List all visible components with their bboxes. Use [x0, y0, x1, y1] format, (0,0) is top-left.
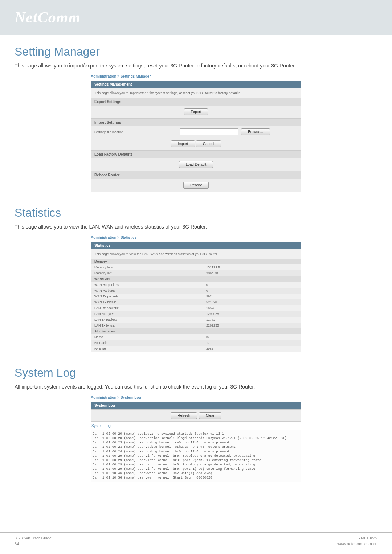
stats-row: WAN Rx bytes:0 — [91, 288, 301, 294]
stats-row: LAN Tx bytes:2262235 — [91, 323, 301, 328]
stats-key: LAN Rx bytes: — [94, 312, 206, 316]
defaults-row: Load Default — [91, 158, 301, 171]
stats-value: 2064 kB — [206, 271, 298, 275]
stats-value: 11772 — [206, 318, 298, 321]
settings-desc: This page allows you to import/export th… — [15, 63, 377, 69]
stats-panel: Administration > Statistics Statistics T… — [91, 235, 301, 352]
stats-value: 17 — [206, 341, 298, 345]
syslog-panel-header: System Log — [91, 402, 301, 409]
footer-right: YML18WN www.netcomm.com.au — [337, 535, 377, 547]
stats-value: 992 — [206, 295, 298, 298]
settings-panel: Administration > Settings Manager Settin… — [91, 74, 301, 192]
stats-row: Memory left:2064 kB — [91, 270, 301, 276]
syslog-screenshot: Administration > System Log System Log R… — [15, 395, 377, 482]
footer-guide-name: 3G18Wn User Guide — [15, 535, 52, 541]
stats-panel-header: Statistics — [91, 242, 301, 249]
header-band: NetComm — [0, 0, 392, 35]
stats-title: Statistics — [15, 206, 377, 219]
stats-key: LAN Tx bytes: — [94, 324, 206, 327]
defaults-section-title: Load Factory Defaults — [91, 150, 301, 158]
import-file-row: Settings file location Browse... — [91, 126, 301, 138]
syslog-breadcrumb: Administration > System Log — [91, 395, 301, 399]
stats-row: Namelo — [91, 334, 301, 340]
stats-value: 13112 kB — [206, 266, 298, 269]
stats-value: 1299025 — [206, 312, 298, 316]
stats-value: 0 — [206, 283, 298, 287]
footer-left: 3G18Wn User Guide 34 — [15, 535, 52, 547]
stats-row: LAN Rx packets:16573 — [91, 305, 301, 311]
stats-value: lo — [206, 335, 298, 339]
stats-key: Rx Byte — [94, 347, 206, 350]
import-file-input[interactable] — [180, 128, 238, 135]
export-row: Export — [91, 106, 301, 118]
import-file-label: Settings file location — [94, 130, 152, 134]
stats-value: 16573 — [206, 306, 298, 310]
stats-key: WAN Tx bytes: — [94, 300, 206, 304]
stats-row: Rx Byte2985 — [91, 346, 301, 352]
import-section-title: Import Settings — [91, 118, 301, 126]
settings-panel-desc: This page allows you to import/export th… — [91, 88, 301, 98]
settings-screenshot: Administration > Settings Manager Settin… — [15, 74, 377, 192]
stats-key: Memory total: — [94, 266, 206, 269]
stats-key: Rx Packet — [94, 341, 206, 345]
stats-row: Memory total:13112 kB — [91, 264, 301, 270]
stats-table: MemoryMemory total:13112 kBMemory left:2… — [91, 259, 301, 352]
reboot-button[interactable]: Reboot — [183, 182, 209, 189]
stats-panel-desc: This page allows you to view the LAN, WA… — [91, 249, 301, 259]
stats-value: 2262235 — [206, 324, 298, 327]
reboot-row: Reboot — [91, 179, 301, 192]
stats-key: LAN Tx packets: — [94, 318, 206, 321]
stats-value: 0 — [206, 289, 298, 292]
refresh-button[interactable]: Refresh — [171, 412, 197, 419]
export-section-title: Export Settings — [91, 98, 301, 106]
syslog-panel: Administration > System Log System Log R… — [91, 395, 301, 482]
settings-title: Setting Manager — [15, 45, 377, 58]
syslog-label: System Log — [91, 422, 301, 430]
syslog-desc: All important system events are logged. … — [15, 384, 377, 390]
stats-key: LAN Rx packets: — [94, 306, 206, 310]
stats-screenshot: Administration > Statistics Statistics T… — [15, 235, 377, 352]
settings-panel-header: Settings Management — [91, 81, 301, 88]
browse-button[interactable]: Browse... — [241, 128, 270, 135]
stats-group-head: All interfaces — [91, 328, 301, 334]
stats-row: WAN Rx packets:0 — [91, 282, 301, 288]
cancel-button[interactable]: Cancel — [196, 140, 221, 147]
stats-key: WAN Tx packets: — [94, 295, 206, 298]
footer-model: YML18WN — [337, 535, 377, 541]
load-default-button[interactable]: Load Default — [179, 161, 213, 168]
syslog-title: System Log — [15, 366, 377, 379]
page-footer: 3G18Wn User Guide 34 YML18WN www.netcomm… — [0, 532, 392, 554]
stats-key: Name — [94, 335, 206, 339]
footer-url: www.netcomm.com.au — [337, 541, 377, 547]
import-button[interactable]: Import — [171, 140, 195, 147]
reboot-section-title: Reboot Router — [91, 171, 301, 179]
stats-desc: This page allows you to view the LAN, WA… — [15, 224, 377, 230]
stats-group-head: WAN/LAN — [91, 276, 301, 282]
stats-key: Memory left: — [94, 271, 206, 275]
stats-row: Rx Packet17 — [91, 340, 301, 346]
stats-key: WAN Rx bytes: — [94, 289, 206, 292]
clear-button[interactable]: Clear — [199, 412, 221, 419]
settings-breadcrumb: Administration > Settings Manager — [91, 74, 301, 78]
brand-logo: NetComm — [15, 9, 377, 26]
stats-value: 521328 — [206, 300, 298, 304]
syslog-buttons-row: Refresh Clear — [91, 409, 301, 422]
stats-row: LAN Tx packets:11772 — [91, 317, 301, 323]
stats-key: WAN Rx packets: — [94, 283, 206, 287]
stats-row: LAN Rx bytes:1299025 — [91, 311, 301, 317]
stats-row: WAN Tx bytes:521328 — [91, 299, 301, 305]
footer-page-number: 34 — [15, 541, 52, 547]
page-content: Setting Manager This page allows you to … — [0, 35, 392, 482]
stats-group-head: Memory — [91, 259, 301, 264]
stats-value: 2985 — [206, 347, 298, 350]
stats-row: WAN Tx packets:992 — [91, 294, 301, 299]
export-button[interactable]: Export — [184, 108, 208, 115]
stats-breadcrumb: Administration > Statistics — [91, 235, 301, 239]
import-buttons-row: Import Cancel — [91, 138, 301, 150]
syslog-output: Jan 1 02:00:20 (none) syslog.info syslog… — [91, 430, 301, 482]
